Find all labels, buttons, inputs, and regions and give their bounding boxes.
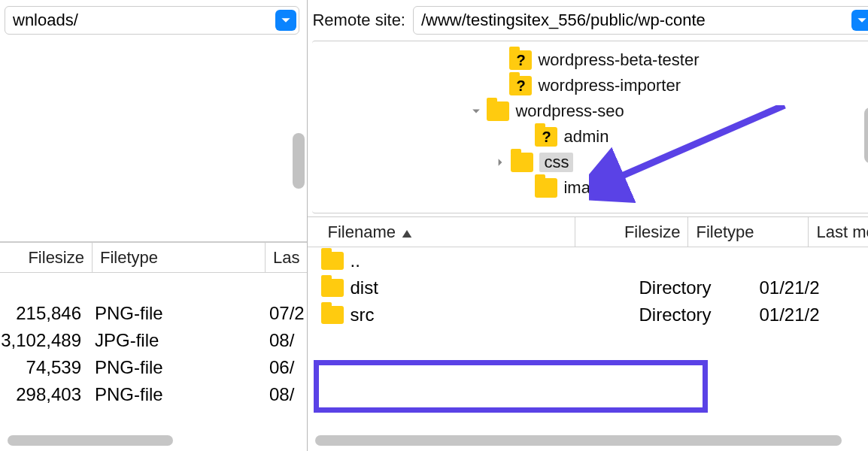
scrollbar-thumb[interactable] — [293, 133, 305, 189]
tree-label: css — [539, 153, 573, 172]
chevron-down-icon — [857, 15, 867, 26]
annotation-highlight-rect — [314, 360, 708, 413]
chevron-down-icon — [281, 15, 291, 26]
col-filetype[interactable]: Filetype — [688, 217, 809, 247]
sort-asc-icon — [402, 222, 412, 242]
scrollbar-thumb[interactable] — [864, 107, 868, 163]
folder-icon — [321, 279, 344, 297]
tree-item[interactable]: admin — [318, 124, 863, 150]
list-item[interactable]: 215,846PNG-file07/2 — [0, 300, 307, 327]
folder-icon — [487, 101, 509, 121]
local-path-row: wnloads/ — [0, 0, 307, 41]
local-columns-header: Filesize Filetype Las — [0, 243, 307, 273]
list-item[interactable]: srcDirectory01/21/2 — [315, 301, 868, 328]
folder-icon — [509, 50, 532, 70]
tree-label: wordpress-seo — [515, 101, 624, 121]
local-file-list: Filesize Filetype Las 215,846PNG-file07/… — [0, 242, 307, 433]
tree-expander[interactable] — [493, 158, 508, 167]
cell-filetype: JPG-file — [90, 330, 263, 351]
folder-icon — [535, 178, 557, 198]
tree-item[interactable]: wordpress-importer — [318, 73, 863, 98]
folder-icon — [321, 252, 344, 270]
cell-filename: dist — [315, 277, 639, 298]
folder-icon — [511, 153, 533, 172]
cell-filename: .. — [315, 250, 639, 271]
remote-path-row: Remote site: /www/testingsitex_556/publi… — [308, 0, 868, 41]
col-filesize[interactable]: Filesize — [6, 243, 93, 272]
local-hscroll[interactable] — [8, 434, 299, 446]
tree-label: admin — [563, 127, 609, 147]
cell-filesize: 74,539 — [0, 357, 90, 378]
list-item[interactable]: 74,539PNG-file06/ — [0, 354, 307, 381]
cell-filetype: PNG-file — [90, 357, 263, 378]
col-filesize[interactable]: Filesize — [575, 217, 688, 247]
remote-path-dropdown[interactable] — [851, 10, 868, 31]
tree-expander[interactable] — [469, 107, 484, 116]
list-item[interactable]: .. — [315, 247, 868, 274]
tree-label: images — [563, 178, 617, 198]
remote-path-value: /www/testingsitex_556/public/wp-conte — [421, 11, 706, 29]
remote-columns-header: Filename Filesize Filetype Last mo — [308, 217, 868, 247]
cell-filetype: PNG-file — [90, 384, 263, 405]
cell-lastmod: 01/21/2 — [759, 277, 868, 298]
cell-filesize: 298,403 — [0, 384, 90, 405]
folder-icon — [535, 127, 557, 147]
local-path-value: wnloads/ — [13, 11, 78, 29]
list-item[interactable]: 3,102,489JPG-file08/ — [0, 327, 307, 354]
tree-label: wordpress-importer — [538, 76, 681, 95]
remote-hscroll[interactable] — [315, 434, 868, 446]
remote-site-label: Remote site: — [312, 11, 405, 30]
col-lastmod[interactable]: Last mo — [809, 217, 868, 247]
cell-lastmod: 08/ — [263, 330, 307, 351]
scrollbar-thumb[interactable] — [8, 435, 173, 446]
folder-icon — [509, 76, 532, 95]
cell-lastmod: 08/ — [263, 384, 307, 405]
remote-path-input[interactable]: /www/testingsitex_556/public/wp-conte — [413, 6, 868, 35]
cell-filename: src — [315, 304, 639, 325]
tree-item[interactable]: images — [318, 175, 863, 201]
tree-item[interactable]: wordpress-seo — [318, 98, 863, 124]
local-path-dropdown[interactable] — [275, 10, 296, 31]
list-item[interactable]: 298,403PNG-file08/ — [0, 381, 307, 408]
cell-lastmod: 07/2 — [263, 303, 307, 324]
cell-filetype: Directory — [639, 277, 759, 298]
cell-filesize: 215,846 — [0, 303, 90, 324]
col-lastmod[interactable]: Las — [266, 243, 307, 272]
tree-label: wordpress-beta-tester — [538, 50, 699, 70]
folder-icon — [321, 306, 344, 324]
tree-item[interactable]: css — [318, 150, 863, 175]
cell-filesize: 3,102,489 — [0, 330, 90, 351]
local-path-input[interactable]: wnloads/ — [5, 6, 299, 35]
cell-filetype: Directory — [639, 304, 759, 325]
cell-filetype: PNG-file — [90, 303, 263, 324]
col-filename[interactable]: Filename — [320, 217, 575, 247]
scrollbar-thumb[interactable] — [315, 435, 842, 446]
cell-lastmod: 06/ — [263, 357, 307, 378]
local-pane: wnloads/ Filesize Filetype Las 215,846PN… — [0, 0, 308, 451]
col-filetype[interactable]: Filetype — [93, 243, 266, 272]
cell-lastmod: 01/21/2 — [759, 304, 868, 325]
remote-pane: Remote site: /www/testingsitex_556/publi… — [308, 0, 868, 451]
remote-tree[interactable]: wordpress-beta-testerwordpress-importerw… — [312, 41, 868, 213]
remote-file-list: Filename Filesize Filetype Last mo ..dis… — [308, 216, 868, 435]
local-tree[interactable] — [0, 41, 307, 242]
list-item[interactable]: distDirectory01/21/2 — [315, 274, 868, 301]
tree-item[interactable]: wordpress-beta-tester — [318, 47, 863, 73]
